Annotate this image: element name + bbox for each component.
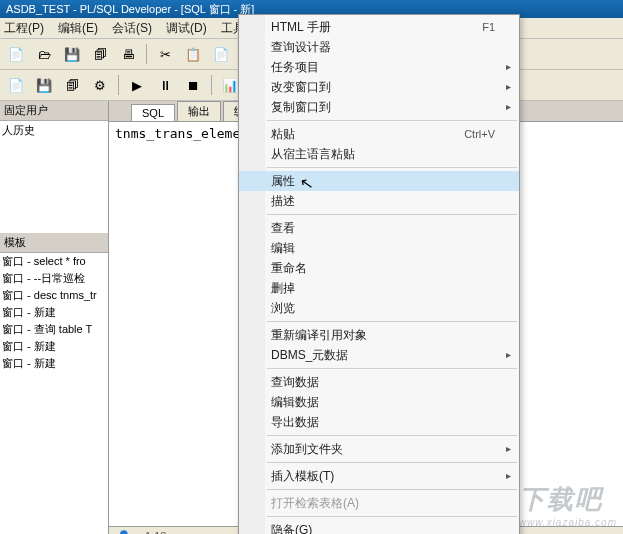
menu-item-label: 改变窗口到	[271, 77, 331, 97]
menu-item-label: 浏览	[271, 298, 295, 318]
template-item[interactable]: 窗口 - 新建	[0, 338, 108, 355]
menu-item[interactable]: 重新编译引用对象	[239, 325, 519, 345]
menu-item[interactable]: HTML 手册F1	[239, 17, 519, 37]
menu-item-label: 编辑数据	[271, 392, 319, 412]
new-icon[interactable]: 📄	[4, 42, 28, 66]
menu-item-label: 删掉	[271, 278, 295, 298]
menu-item[interactable]: 从宿主语言粘贴	[239, 144, 519, 164]
template-item[interactable]: 窗口 - select * fro	[0, 253, 108, 270]
menu-item[interactable]: 改变窗口到	[239, 77, 519, 97]
editor-text: tnms_trans_elemen	[115, 126, 248, 141]
menu-separator	[267, 167, 517, 168]
menu-item[interactable]: 查询设计器	[239, 37, 519, 57]
break-icon[interactable]: ⏸	[153, 73, 177, 97]
tab-output[interactable]: 输出	[177, 101, 221, 121]
template-item[interactable]: 窗口 - 新建	[0, 355, 108, 372]
menu-item[interactable]: 复制窗口到	[239, 97, 519, 117]
users-panel-header[interactable]: 固定用户	[0, 101, 108, 121]
menu-item[interactable]: 添加到文件夹	[239, 439, 519, 459]
menu-separator	[267, 120, 517, 121]
saveas-icon[interactable]: 🗐	[60, 73, 84, 97]
menu-item-label: 查询数据	[271, 372, 319, 392]
menu-item-label: 复制窗口到	[271, 97, 331, 117]
menu-item-label: 属性	[271, 171, 295, 191]
menu-item-label: HTML 手册	[271, 17, 331, 37]
menu-session[interactable]: 会话(S)	[112, 20, 152, 37]
menu-item[interactable]: 编辑数据	[239, 392, 519, 412]
menu-item-label: 查看	[271, 218, 295, 238]
separator	[211, 75, 212, 95]
cut-icon[interactable]: ✂	[153, 42, 177, 66]
menu-item: 打开检索表格(A)	[239, 493, 519, 513]
execute-icon[interactable]: ▶	[125, 73, 149, 97]
menu-debug[interactable]: 调试(D)	[166, 20, 207, 37]
menu-item-shortcut: F1	[482, 17, 495, 37]
menu-item[interactable]: 描述	[239, 191, 519, 211]
menu-separator	[267, 321, 517, 322]
users-item[interactable]: 人历史	[2, 123, 106, 138]
menu-item-label: 添加到文件夹	[271, 439, 343, 459]
window-title: ASDB_TEST - PL/SQL Developer - [SQL 窗口 -…	[6, 3, 254, 15]
status-caret-pos: 1:18	[145, 530, 166, 534]
templates-list: 窗口 - select * fro 窗口 - --日常巡检 窗口 - desc …	[0, 253, 108, 534]
menu-item-label: 导出数据	[271, 412, 319, 432]
menu-item-label: DBMS_元数据	[271, 345, 348, 365]
newwin-icon[interactable]: 📄	[4, 73, 28, 97]
menu-item[interactable]: 粘贴Ctrl+V	[239, 124, 519, 144]
menu-separator	[267, 489, 517, 490]
menu-item-label: 从宿主语言粘贴	[271, 144, 355, 164]
templates-panel-header[interactable]: 模板	[0, 233, 108, 253]
menu-item-label: 编辑	[271, 238, 295, 258]
menu-item-label: 打开检索表格(A)	[271, 493, 359, 513]
menu-separator	[267, 435, 517, 436]
copy-icon[interactable]: 📋	[181, 42, 205, 66]
paste-icon[interactable]: 📄	[209, 42, 233, 66]
menu-item[interactable]: 查询数据	[239, 372, 519, 392]
template-item[interactable]: 窗口 - 新建	[0, 304, 108, 321]
menu-item-label: 粘贴	[271, 124, 295, 144]
template-item[interactable]: 窗口 - --日常巡检	[0, 270, 108, 287]
menu-item-label: 描述	[271, 191, 295, 211]
separator	[146, 44, 147, 64]
menu-item-label: 重新编译引用对象	[271, 325, 367, 345]
menu-item[interactable]: 导出数据	[239, 412, 519, 432]
menu-item[interactable]: 插入模板(T)	[239, 466, 519, 486]
menu-edit[interactable]: 编辑(E)	[58, 20, 98, 37]
stop-icon[interactable]: ⏹	[181, 73, 205, 97]
menu-item-label: 插入模板(T)	[271, 466, 334, 486]
menu-item[interactable]: 浏览	[239, 298, 519, 318]
context-menu: HTML 手册F1查询设计器任务项目改变窗口到复制窗口到粘贴Ctrl+V从宿主语…	[238, 14, 520, 534]
left-column: 固定用户 人历史 模板 窗口 - select * fro 窗口 - --日常巡…	[0, 101, 109, 534]
menu-item[interactable]: DBMS_元数据	[239, 345, 519, 365]
menu-item[interactable]: 隐备(G)	[239, 520, 519, 534]
menu-separator	[267, 368, 517, 369]
tab-sql[interactable]: SQL	[131, 104, 175, 121]
menu-item[interactable]: 属性	[239, 171, 519, 191]
menu-item[interactable]: 任务项目	[239, 57, 519, 77]
menu-separator	[267, 516, 517, 517]
menu-item-label: 查询设计器	[271, 37, 331, 57]
menu-item-label: 任务项目	[271, 57, 319, 77]
menu-item-label: 隐备(G)	[271, 520, 312, 534]
menu-item[interactable]: 删掉	[239, 278, 519, 298]
menu-item-label: 重命名	[271, 258, 307, 278]
menu-item[interactable]: 查看	[239, 218, 519, 238]
save2-icon[interactable]: 💾	[32, 73, 56, 97]
save-icon[interactable]: 💾	[60, 42, 84, 66]
menu-project[interactable]: 工程(P)	[4, 20, 44, 37]
menu-item-shortcut: Ctrl+V	[464, 124, 495, 144]
menu-separator	[267, 462, 517, 463]
template-item[interactable]: 窗口 - desc tnms_tr	[0, 287, 108, 304]
saveall-icon[interactable]: 🗐	[88, 42, 112, 66]
gear-icon[interactable]: ⚙	[88, 73, 112, 97]
status-user-icon: 👤	[117, 530, 131, 535]
menu-item[interactable]: 重命名	[239, 258, 519, 278]
menu-item[interactable]: 编辑	[239, 238, 519, 258]
users-panel: 人历史	[0, 121, 108, 233]
open-icon[interactable]: 🗁	[32, 42, 56, 66]
separator	[118, 75, 119, 95]
print-icon[interactable]: 🖶	[116, 42, 140, 66]
template-item[interactable]: 窗口 - 查询 table T	[0, 321, 108, 338]
menu-separator	[267, 214, 517, 215]
